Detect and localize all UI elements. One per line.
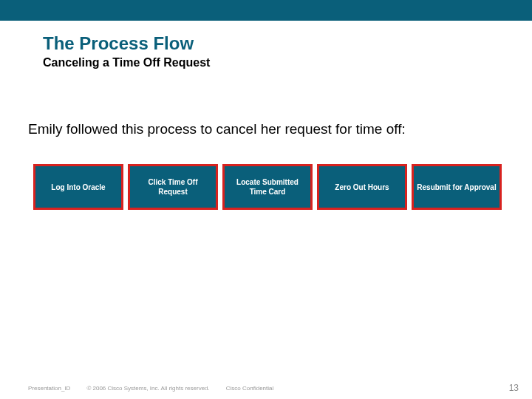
slide-header: The Process Flow Canceling a Time Off Re…: [0, 21, 532, 69]
flow-step: Log Into Oracle: [33, 164, 123, 210]
intro-text: Emily followed this process to cancel he…: [0, 69, 532, 137]
top-brand-bar: [0, 0, 532, 21]
page-number: 13: [509, 383, 519, 393]
copyright-text: © 2006 Cisco Systems, Inc. All rights re…: [86, 385, 209, 392]
slide-subtitle: Canceling a Time Off Request: [43, 56, 532, 69]
slide-footer: Presentation_ID © 2006 Cisco Systems, In…: [0, 383, 532, 393]
flow-step: Resubmit for Approval: [412, 164, 502, 210]
confidential-text: Cisco Confidential: [226, 385, 273, 392]
slide-title: The Process Flow: [43, 34, 532, 53]
flow-step: Zero Out Hours: [317, 164, 407, 210]
presentation-id: Presentation_ID: [28, 385, 70, 392]
flow-step: Click Time Off Request: [128, 164, 218, 210]
process-flow: Log Into Oracle Click Time Off Request L…: [0, 137, 532, 210]
flow-step: Locate Submitted Time Card: [222, 164, 313, 210]
